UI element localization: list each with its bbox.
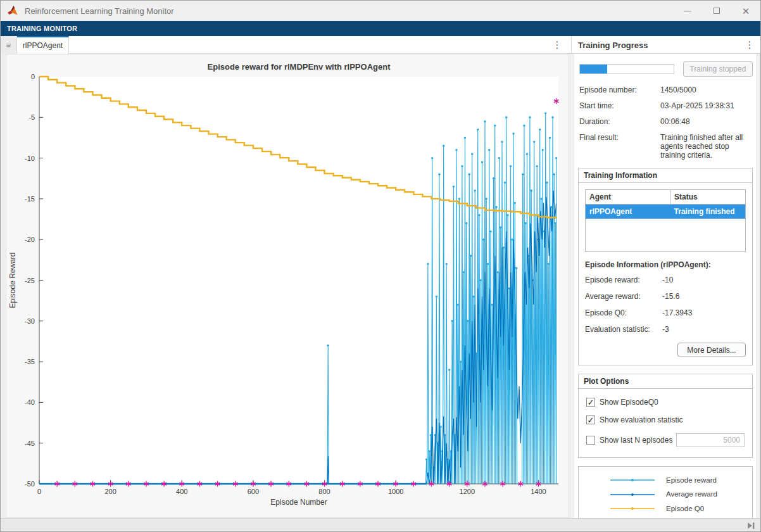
x-tick-label: 400 <box>176 488 187 495</box>
episode-reward-marker <box>494 124 496 126</box>
episode-reward-marker <box>551 117 553 118</box>
plot-options-group: Plot Options ✓Show EpisodeQ0✓Show evalua… <box>578 374 753 458</box>
training-progress-menu-icon[interactable]: ⋮ <box>744 40 755 49</box>
episode-reward-marker <box>456 303 458 305</box>
sidebar-header: Training Progress <box>574 36 757 54</box>
status-cell: Training finished <box>670 205 746 219</box>
episode-reward-marker <box>529 117 531 118</box>
checkbox[interactable]: ✓ <box>586 415 595 424</box>
episode-reward-marker <box>522 174 524 175</box>
table-empty-area <box>585 219 746 252</box>
field-value: 03-Apr-2025 19:38:31 <box>660 101 752 110</box>
status-bar <box>1 518 761 532</box>
tab-rlppoagent[interactable]: rlPPOAgent <box>17 36 69 54</box>
training-progress-panel: Training stopped Episode number:1450/500… <box>574 54 757 518</box>
episode-reward-marker <box>478 214 480 216</box>
stat-value: -10 <box>662 276 746 284</box>
episode-reward-marker <box>470 255 472 256</box>
episode-reward-marker <box>548 263 550 265</box>
episode-reward-marker <box>498 157 500 159</box>
maximize-button[interactable] <box>702 1 731 21</box>
x-tick-label: 1000 <box>388 488 403 495</box>
main-content: Episode reward for rlMDPEnv with rlPPOAg… <box>1 54 761 518</box>
field-value: 1450/5000 <box>660 86 752 94</box>
y-tick-label: -30 <box>25 317 35 325</box>
episode-reward-marker <box>530 189 532 191</box>
field-value: Training finished after all agents reach… <box>660 133 752 160</box>
x-tick-label: 600 <box>248 488 259 495</box>
checkbox[interactable] <box>586 436 595 445</box>
episode-reward-marker <box>465 222 467 224</box>
field-label: Start time: <box>579 101 660 110</box>
episode-reward-marker <box>500 226 501 228</box>
episode-reward-marker <box>546 181 548 183</box>
legend-label: Episode reward <box>666 476 717 484</box>
training-stopped-button: Training stopped <box>683 61 753 77</box>
y-tick-label: -15 <box>25 195 35 203</box>
episode-reward-marker <box>482 239 484 241</box>
episode-reward-marker <box>443 145 444 147</box>
episode-reward-marker <box>327 345 329 346</box>
episode-reward-marker <box>512 132 514 134</box>
episode-reward-marker <box>555 157 557 159</box>
episode-reward-marker <box>544 112 546 114</box>
legend-item: Episode reward <box>608 476 752 484</box>
plot-card: Episode reward for rlMDPEnv with rlPPOAg… <box>6 54 569 518</box>
episode-reward-marker <box>462 271 464 273</box>
document-menu-icon[interactable]: ⋮ <box>551 40 563 49</box>
stat-label: Episode Q0: <box>585 308 662 317</box>
table-header: Agent <box>586 190 670 205</box>
agent-cell: rlPPOAgent <box>586 205 670 219</box>
minimize-button[interactable] <box>673 1 702 21</box>
training-information-title: Training Information <box>579 168 752 183</box>
episode-reward-marker <box>453 186 455 187</box>
episode-reward-marker <box>526 153 528 155</box>
legend-label: Average reward <box>666 490 717 498</box>
episode-reward-marker <box>436 296 437 298</box>
episode-reward-marker <box>497 271 499 273</box>
episode-reward-marker <box>540 198 542 200</box>
episode-reward-marker <box>493 177 494 179</box>
chart-legend: Episode rewardAverage rewardEpisode Q0Ev… <box>578 466 753 518</box>
y-tick-label: 0 <box>31 73 35 80</box>
episode-reward-marker <box>542 149 544 151</box>
episode-reward-marker <box>549 137 551 139</box>
episode-reward-marker <box>481 161 483 163</box>
table-row[interactable]: rlPPOAgentTraining finished <box>586 205 746 219</box>
x-tick-label: 200 <box>104 488 116 495</box>
tab-list-icon[interactable]: ≡ <box>1 36 17 54</box>
training-progress-fill <box>580 65 607 73</box>
table-header: Status <box>670 190 746 205</box>
field-label: Duration: <box>579 117 660 126</box>
episode-reward-marker <box>455 149 457 151</box>
y-tick-label: -35 <box>25 358 35 365</box>
y-tick-label: -40 <box>25 398 35 406</box>
more-details-button[interactable]: More Details... <box>677 343 746 357</box>
close-button[interactable]: ✕ <box>731 1 760 21</box>
training-progress-bar <box>579 64 674 74</box>
episode-reward-marker <box>480 279 482 281</box>
episode-reward-marker <box>555 222 557 224</box>
checkbox-label: Show EpisodeQ0 <box>600 398 658 407</box>
x-tick-label: 800 <box>318 488 330 495</box>
y-tick-label: -25 <box>25 277 35 284</box>
episode-reward-marker <box>505 117 507 118</box>
episode-reward-marker <box>511 239 513 241</box>
window-controls: ✕ <box>673 1 760 21</box>
episode-reward-marker <box>487 263 489 265</box>
scrollbar-gutter <box>757 54 761 518</box>
y-tick-label: -10 <box>25 155 35 162</box>
legend-item: Average reward <box>608 490 752 498</box>
episode-reward-marker <box>467 320 469 322</box>
progress-fields: Episode number:1450/5000Start time:03-Ap… <box>579 86 752 160</box>
skip-to-end-icon[interactable] <box>746 521 755 530</box>
episode-reward-marker <box>491 303 493 305</box>
episode-reward-marker <box>445 263 447 265</box>
training-information-group: Training Information AgentStatus rlPPOAg… <box>578 168 753 365</box>
stat-value: -15.6 <box>662 292 746 301</box>
episode-reward-marker <box>439 426 441 428</box>
episode-reward-marker <box>431 157 433 159</box>
episode-reward-marker <box>501 141 503 142</box>
checkbox[interactable]: ✓ <box>586 398 595 407</box>
ribbon-tab-training-monitor[interactable]: TRAINING MONITOR <box>7 25 77 32</box>
